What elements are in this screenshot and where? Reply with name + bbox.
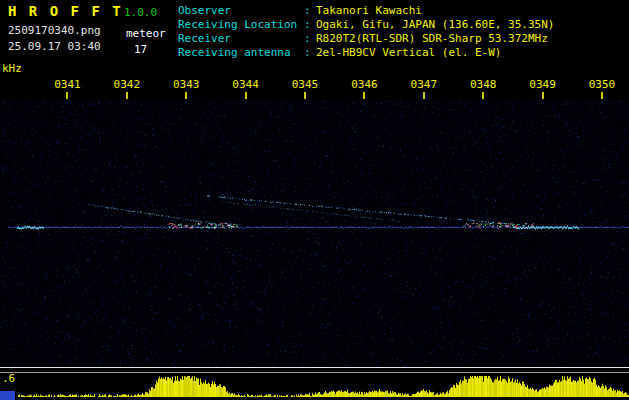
- separator-line-top: [0, 367, 629, 368]
- time-tick-label: 0341: [54, 78, 81, 91]
- time-tick-label: 0343: [173, 78, 200, 91]
- activity-strip-canvas: [0, 374, 629, 397]
- time-tick-mark: [423, 92, 425, 99]
- time-tick-label: 0342: [114, 78, 141, 91]
- observer-info-block: Observer : Takanori Kawachi Receiving Lo…: [178, 4, 554, 60]
- time-tick-mark: [126, 92, 128, 99]
- app-title: H R O F F T: [8, 3, 123, 19]
- time-tick-mark: [482, 92, 484, 99]
- echo-count: 17: [134, 43, 147, 56]
- info-colon: :: [304, 4, 316, 18]
- time-tick-mark: [363, 92, 365, 99]
- info-colon: :: [304, 18, 316, 32]
- info-row-observer: Observer : Takanori Kawachi: [178, 4, 554, 18]
- time-tick-label: 0346: [351, 78, 378, 91]
- info-value: 2el-HB9CV Vertical (el. E-W): [316, 46, 501, 60]
- time-tick-label: 0349: [529, 78, 556, 91]
- time-tick-mark: [66, 92, 68, 99]
- time-tick-label: 0350: [589, 78, 616, 91]
- app-version: 1.0.0: [124, 6, 157, 19]
- info-row-receiver: Receiver : R820T2(RTL-SDR) SDR-Sharp 53.…: [178, 32, 554, 46]
- time-tick-label: 0344: [232, 78, 259, 91]
- info-row-location: Receiving Location : Ogaki, Gifu, JAPAN …: [178, 18, 554, 32]
- spectrogram-canvas: [0, 100, 629, 367]
- time-tick-mark: [185, 92, 187, 99]
- separator-line-bottom: [0, 372, 629, 373]
- info-value: Takanori Kawachi: [316, 4, 422, 18]
- time-tick-mark: [245, 92, 247, 99]
- time-tick-mark: [304, 92, 306, 99]
- info-row-antenna: Receiving antenna : 2el-HB9CV Vertical (…: [178, 46, 554, 60]
- info-label: Receiving Location: [178, 18, 304, 32]
- time-tick-mark: [542, 92, 544, 99]
- hrofft-window: H R O F F T 1.0.0 2509170340.png meteor …: [0, 0, 629, 400]
- info-colon: :: [304, 32, 316, 46]
- info-value: Ogaki, Gifu, JAPAN (136.60E, 35.35N): [316, 18, 554, 32]
- output-filename: 2509170340.png: [8, 24, 101, 37]
- timestamp: 25.09.17 03:40: [8, 40, 101, 53]
- time-tick-mark: [601, 92, 603, 99]
- info-value: R820T2(RTL-SDR) SDR-Sharp 53.372MHz: [316, 32, 548, 46]
- time-tick-label: 0345: [292, 78, 319, 91]
- time-tick-label: 0348: [470, 78, 497, 91]
- info-label: Observer: [178, 4, 304, 18]
- mode-label: meteor: [126, 27, 166, 40]
- time-tick-label: 0347: [411, 78, 438, 91]
- info-label: Receiver: [178, 32, 304, 46]
- freq-unit-label: kHz: [2, 62, 22, 75]
- info-label: Receiving antenna: [178, 46, 304, 60]
- info-colon: :: [304, 46, 316, 60]
- corner-marker: [0, 391, 15, 400]
